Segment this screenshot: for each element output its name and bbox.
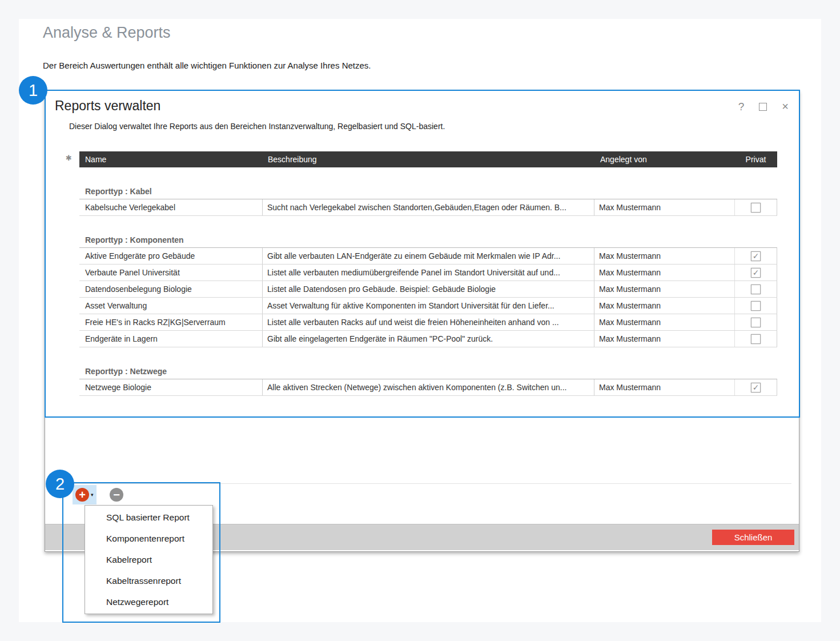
menu-item-sql-basierter-report[interactable]: SQL basierter Report [85,507,212,528]
table-row[interactable]: Freie HE's in Racks RZ|KG|Serverraum Lis… [79,314,777,331]
private-checkbox[interactable] [751,334,761,344]
crud-toolbar: + ▾ − [73,485,123,504]
report-description-cell: Gibt alle eingelagerten Endgeräte in Räu… [262,331,594,347]
table-row[interactable]: Endgeräte in Lagern Gibt alle eingelager… [79,331,777,347]
group-label: Reporttyp : Netzwege [85,367,167,376]
reports-dialog: Reports verwalten ? × Dieser Dialog verw… [45,90,799,552]
report-name-cell: Datendosenbelegung Biologie [79,281,262,297]
group-header: Reporttyp : Kabel [79,167,777,199]
report-name-cell: Kabelsuche Verlegekabel [79,199,262,215]
report-created-by-cell: Max Mustermann [594,314,734,330]
help-icon[interactable]: ? [738,101,745,113]
report-created-by-cell: Max Mustermann [594,379,734,395]
table-row[interactable]: Asset Verwaltung Asset Verwaltung für ak… [79,298,777,314]
menu-item-netzwegereport[interactable]: Netzwegereport [85,591,212,612]
menu-item-komponentenreport[interactable]: Komponentenreport [85,528,212,549]
column-header-angelegt-von[interactable]: Angelegt von [594,155,734,164]
table-row[interactable]: Datendosenbelegung Biologie Listet alle … [79,281,777,298]
table-row[interactable]: Netzwege Biologie Alle aktiven Strecken … [79,379,777,396]
report-name-cell: Verbaute Panel Universität [79,265,262,281]
remove-report-button[interactable]: − [110,488,123,502]
close-icon[interactable]: × [782,100,789,113]
report-created-by-cell: Max Mustermann [594,298,734,314]
page-intro: Der Bereich Auswertungen enthält alle wi… [43,61,371,70]
close-dialog-button[interactable]: Schließen [712,530,794,545]
report-description-cell: Gibt alle verbauten LAN-Endgeräte zu ein… [262,248,594,264]
page-title: Analyse & Reports [43,24,171,42]
column-header-name[interactable]: Name [79,155,262,164]
callout-badge-2: 2 [46,470,74,498]
private-checkbox[interactable] [751,301,761,311]
private-checkbox[interactable]: ✓ [751,268,761,278]
dialog-titlebar: ? × [738,100,789,113]
report-description-cell: Alle aktiven Strecken (Netwege) zwischen… [262,379,594,395]
report-description-cell: Listet alle Datendosen pro Gebäude. Beis… [262,281,594,297]
report-description-cell: Listet alle verbauten Racks auf und weis… [262,314,594,330]
table-header-row: Name Beschreibung Angelegt von Privat [79,151,777,167]
private-checkbox[interactable] [751,318,761,327]
table-row[interactable]: Aktive Endgeräte pro Gebäude Gibt alle v… [79,248,777,265]
group-header: Reporttyp : Komponenten [79,216,777,248]
maximize-icon[interactable] [759,103,767,111]
private-checkbox[interactable]: ✓ [751,383,761,392]
add-report-split-button[interactable]: + ▾ [73,485,97,504]
report-name-cell: Freie HE's in Racks RZ|KG|Serverraum [79,314,262,330]
remove-icon: − [113,489,120,500]
dialog-subtitle: Dieser Dialog verwaltet Ihre Reports aus… [69,122,445,131]
report-created-by-cell: Max Mustermann [594,281,734,297]
private-checkbox[interactable] [751,203,761,213]
callout-badge-1: 1 [19,76,47,105]
report-name-cell: Aktive Endgeräte pro Gebäude [79,248,262,264]
toolbar-separator [55,483,791,484]
add-icon[interactable]: + [75,488,89,502]
report-description-cell: Asset Verwaltung für aktive Komponenten … [262,298,594,314]
table-row[interactable]: Kabelsuche Verlegekabel Sucht nach Verle… [79,199,777,216]
add-report-dropdown-menu: SQL basierter Report Komponentenreport K… [85,505,213,614]
menu-item-kabelreport[interactable]: Kabelreport [85,549,212,570]
group-label: Reporttyp : Kabel [85,187,152,196]
private-checkbox[interactable]: ✓ [751,251,761,261]
report-created-by-cell: Max Mustermann [594,265,734,281]
reports-table: Name Beschreibung Angelegt von Privat Re… [79,151,777,396]
report-description-cell: Listet alle verbauten mediumübergreifend… [262,265,594,281]
report-created-by-cell: Max Mustermann [594,248,734,264]
report-description-cell: Sucht nach Verlegekabel zwischen Standor… [262,199,594,215]
column-header-privat[interactable]: Privat [734,155,777,164]
column-header-beschreibung[interactable]: Beschreibung [262,155,594,164]
group-header: Reporttyp : Netzwege [79,347,777,379]
table-body: Reporttyp : Kabel Kabelsuche Verlegekabe… [79,167,777,396]
private-checkbox[interactable] [751,285,761,294]
report-name-cell: Endgeräte in Lagern [79,331,262,347]
report-created-by-cell: Max Mustermann [594,199,734,215]
group-label: Reporttyp : Komponenten [85,235,184,245]
chevron-down-icon[interactable]: ▾ [91,492,94,498]
report-created-by-cell: Max Mustermann [594,331,734,347]
report-name-cell: Netzwege Biologie [79,379,262,395]
dialog-title: Reports verwalten [55,98,160,114]
table-row[interactable]: Verbaute Panel Universität Listet alle v… [79,265,777,281]
column-chooser-icon[interactable]: ✱ [66,154,72,162]
report-name-cell: Asset Verwaltung [79,298,262,314]
menu-item-kabeltrassenreport[interactable]: Kabeltrassenreport [85,570,212,591]
